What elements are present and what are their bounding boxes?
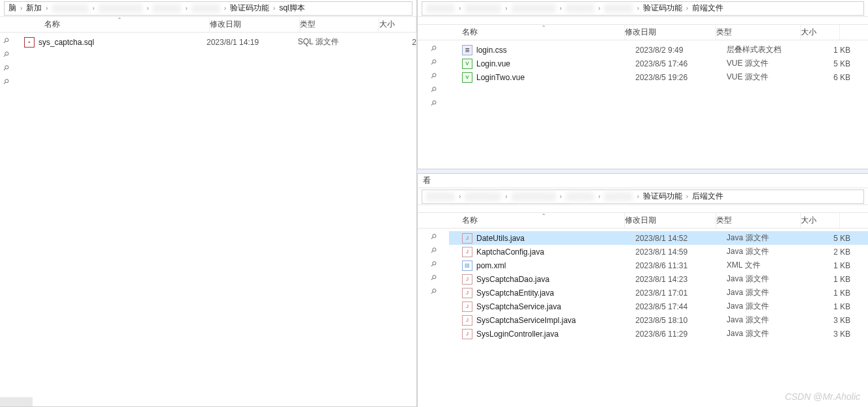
breadcrumb-bar: 脑 › 新加 › › › › › 验证码功能 › sql脚本 (0, 0, 416, 17)
breadcrumb-segment-blurred[interactable] (465, 4, 501, 13)
quick-access-pins: ⚲ ⚲ ⚲ ⚲ (0, 33, 11, 86)
breadcrumb[interactable]: › › › › › 验证码功能 › 前端文件 (422, 1, 864, 16)
pin-icon[interactable]: ⚲ (429, 57, 439, 67)
column-header-type[interactable]: 类型 (716, 213, 801, 228)
breadcrumb-bar: › › › › › 验证码功能 › 前端文件 (418, 0, 868, 17)
chevron-right-icon: › (504, 5, 508, 12)
file-size: 1 KB (810, 288, 850, 298)
column-headers: ⌃ 名称 修改日期 类型 大小 (418, 25, 868, 40)
pin-icon[interactable]: ⚲ (429, 44, 439, 53)
chevron-right-icon: › (635, 5, 640, 12)
file-row[interactable]: ▤pom.xml2023/8/6 11:31XML 文件1 KB (449, 259, 868, 272)
column-headers: ⌃ 名称 修改日期 类型 大小 (418, 213, 868, 229)
breadcrumb-segment-blurred[interactable] (512, 4, 556, 13)
file-list-body: ⚲ ⚲ ⚲ ⚲ ⚲ ≡login.css2023/8/2 9:49层叠样式表文档… (418, 40, 868, 107)
chevron-right-icon: › (558, 193, 563, 200)
pin-icon[interactable]: ⚲ (429, 273, 439, 283)
file-name: sys_captcha.sql (38, 38, 207, 47)
column-header-type[interactable]: 类型 (300, 17, 379, 32)
breadcrumb-segment-blurred[interactable] (604, 192, 633, 201)
breadcrumb-segment[interactable]: sql脚本 (279, 3, 304, 14)
file-row[interactable]: JDateUtils.java2023/8/1 14:52Java 源文件5 K… (449, 231, 868, 245)
breadcrumb-segment-blurred[interactable] (98, 4, 143, 13)
breadcrumb-segment[interactable]: 前端文件 (692, 3, 723, 14)
pin-icon[interactable]: ⚲ (429, 232, 439, 242)
breadcrumb-segment-blurred[interactable] (426, 192, 455, 201)
breadcrumb-segment-blurred[interactable] (512, 192, 556, 201)
pin-icon[interactable]: ⚲ (429, 287, 439, 296)
file-row[interactable]: VLogin.vue2023/8/5 17:46VUE 源文件5 KB (449, 57, 868, 70)
file-name: LoginTwo.vue (476, 73, 635, 82)
pin-icon[interactable]: ⚲ (1, 77, 10, 87)
breadcrumb-segment[interactable]: 验证码功能 (643, 191, 682, 202)
file-name: SysCaptchaEntity.java (476, 288, 635, 298)
file-row[interactable]: ▪sys_captcha.sql2023/8/1 14:19SQL 源文件2 (11, 35, 416, 49)
file-icon: ≡ (462, 45, 472, 55)
pin-icon[interactable]: ⚲ (1, 63, 10, 73)
quick-access-pins: ⚲ ⚲ ⚲ ⚲ ⚲ (418, 229, 449, 341)
column-header-size[interactable]: 大小 (801, 25, 840, 40)
breadcrumb-segment-blurred[interactable] (192, 4, 220, 13)
file-row[interactable]: JSysCaptchaEntity.java2023/8/1 17:01Java… (449, 286, 868, 300)
file-icon: J (462, 233, 472, 244)
chevron-right-icon: › (91, 5, 96, 12)
pin-icon[interactable]: ⚲ (429, 98, 439, 108)
column-header-name[interactable]: 名称 (44, 17, 210, 32)
file-name: DateUtils.java (476, 234, 635, 243)
pin-icon[interactable]: ⚲ (429, 246, 439, 255)
file-type: 层叠样式表文档 (727, 44, 810, 55)
chevron-right-icon: › (635, 193, 640, 200)
chevron-right-icon: › (272, 5, 276, 12)
pin-icon[interactable]: ⚲ (429, 71, 439, 81)
breadcrumb-segment[interactable]: 后端文件 (692, 191, 723, 202)
file-row[interactable]: JKaptchaConfig.java2023/8/1 14:59Java 源文… (449, 245, 868, 259)
breadcrumb[interactable]: 脑 › 新加 › › › › › 验证码功能 › sql脚本 (4, 1, 412, 16)
breadcrumb-segment[interactable]: 脑 (8, 3, 16, 14)
breadcrumb-segment[interactable]: 验证码功能 (643, 3, 682, 14)
breadcrumb-segment-blurred[interactable] (465, 192, 501, 201)
breadcrumb-segment[interactable]: 验证码功能 (230, 3, 269, 14)
file-size: 1 KB (810, 261, 850, 270)
column-header-type[interactable]: 类型 (716, 25, 801, 40)
file-row[interactable]: JSysCaptchaService.java2023/8/5 17:44Jav… (449, 300, 868, 313)
pin-icon[interactable]: ⚲ (429, 259, 439, 269)
column-header-date[interactable]: 修改日期 (210, 17, 300, 32)
file-icon: V (462, 59, 472, 69)
chevron-right-icon: › (184, 5, 188, 12)
file-date: 2023/8/1 17:01 (635, 288, 727, 298)
file-row[interactable]: JSysLoginController.java2023/8/6 11:29Ja… (449, 327, 868, 341)
breadcrumb-segment-blurred[interactable] (566, 192, 594, 201)
breadcrumb-segment-blurred[interactable] (152, 4, 181, 13)
file-name: Login.vue (476, 59, 635, 68)
file-row[interactable]: VLoginTwo.vue2023/8/5 19:26VUE 源文件6 KB (449, 70, 868, 84)
column-header-size[interactable]: 大小 (801, 213, 840, 228)
sort-caret-icon: ⌃ (542, 25, 546, 31)
column-header-date[interactable]: 修改日期 (625, 25, 716, 40)
pin-icon[interactable]: ⚲ (1, 36, 10, 46)
breadcrumb[interactable]: › › › › › 验证码功能 › 后端文件 (422, 189, 864, 204)
pin-icon[interactable]: ⚲ (429, 85, 439, 94)
chevron-right-icon: › (597, 193, 601, 200)
breadcrumb-segment-blurred[interactable] (604, 4, 633, 13)
file-date: 2023/8/5 18:10 (635, 316, 727, 325)
chevron-right-icon: › (44, 5, 49, 12)
column-header-date[interactable]: 修改日期 (625, 213, 716, 228)
file-list: ≡login.css2023/8/2 9:49层叠样式表文档1 KBVLogin… (449, 40, 868, 107)
file-row[interactable]: JSysCaptchaDao.java2023/8/1 14:23Java 源文… (449, 272, 868, 286)
file-row[interactable]: JSysCaptchaServiceImpl.java2023/8/5 18:1… (449, 313, 868, 327)
file-name: pom.xml (476, 261, 635, 270)
spacer (418, 205, 868, 213)
file-icon: J (462, 247, 472, 257)
breadcrumb-segment-blurred[interactable] (426, 4, 455, 13)
breadcrumb-segment[interactable]: 新加 (26, 3, 42, 14)
column-header-size[interactable]: 大小 (379, 17, 416, 32)
ribbon-tab-label: 看 (423, 175, 431, 186)
breadcrumb-bar: › › › › › 验证码功能 › 后端文件 (418, 188, 868, 205)
pin-icon[interactable]: ⚲ (1, 49, 10, 59)
ribbon-tab-view[interactable]: 看 (418, 174, 868, 188)
file-row[interactable]: ≡login.css2023/8/2 9:49层叠样式表文档1 KB (449, 43, 868, 57)
breadcrumb-segment-blurred[interactable] (52, 4, 89, 13)
file-date: 2023/8/5 17:46 (635, 59, 727, 68)
chevron-right-icon: › (457, 5, 462, 12)
breadcrumb-segment-blurred[interactable] (566, 4, 594, 13)
